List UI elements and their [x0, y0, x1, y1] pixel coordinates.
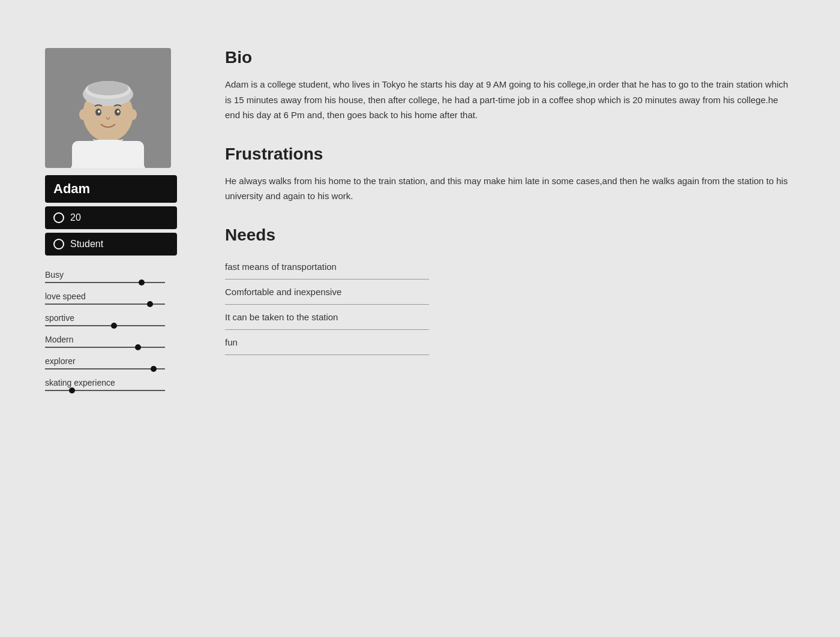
trait-label: explorer	[45, 356, 177, 366]
slider-track	[45, 390, 165, 391]
name-badge: Adam	[45, 175, 177, 203]
needs-list: fast means of transportationComfortable …	[225, 254, 795, 355]
role-badge: Student	[45, 233, 177, 256]
avatar	[45, 48, 171, 168]
svg-point-11	[130, 109, 137, 120]
frustrations-text: He always walks from his home to the tra…	[225, 173, 795, 204]
slider-track	[45, 304, 165, 305]
needs-title: Needs	[225, 226, 795, 245]
trait-item: Busy	[45, 270, 177, 283]
traits-section: Busylove speedsportiveModernexplorerskat…	[45, 270, 177, 391]
frustrations-title: Frustrations	[225, 145, 795, 164]
trait-item: love speed	[45, 292, 177, 305]
trait-label: Modern	[45, 335, 177, 344]
trait-label: sportive	[45, 313, 177, 323]
bio-title: Bio	[225, 48, 795, 67]
role-value: Student	[70, 239, 103, 250]
slider-thumb	[135, 344, 141, 350]
slider-thumb	[111, 323, 117, 329]
svg-point-5	[88, 81, 128, 95]
svg-rect-12	[72, 141, 144, 168]
trait-label: skating experience	[45, 378, 177, 387]
slider-track	[45, 325, 165, 326]
trait-item: explorer	[45, 356, 177, 369]
age-icon	[53, 212, 64, 223]
bio-text: Adam is a college student, who lives in …	[225, 77, 795, 123]
svg-point-10	[79, 109, 86, 120]
trait-item: sportive	[45, 313, 177, 326]
trait-label: Busy	[45, 270, 177, 280]
frustrations-section: Frustrations He always walks from his ho…	[225, 145, 795, 204]
slider-thumb	[139, 280, 145, 286]
need-item: Comfortable and inexpensive	[225, 280, 429, 305]
slider-thumb	[147, 301, 153, 307]
need-item: fun	[225, 330, 429, 355]
page-container: Adam 20 Student Busylove speedsportiveMo…	[45, 48, 795, 391]
age-badge: 20	[45, 206, 177, 229]
slider-track	[45, 282, 165, 283]
slider-thumb	[151, 366, 157, 372]
svg-point-8	[98, 110, 100, 113]
left-column: Adam 20 Student Busylove speedsportiveMo…	[45, 48, 177, 391]
right-column: Bio Adam is a college student, who lives…	[225, 48, 795, 391]
need-item: It can be taken to the station	[225, 305, 429, 330]
slider-track	[45, 368, 165, 369]
need-item: fast means of transportation	[225, 254, 429, 280]
svg-point-9	[117, 110, 119, 113]
role-icon	[53, 239, 64, 250]
bio-section: Bio Adam is a college student, who lives…	[225, 48, 795, 123]
age-value: 20	[70, 212, 81, 223]
trait-item: Modern	[45, 335, 177, 348]
trait-label: love speed	[45, 292, 177, 301]
slider-track	[45, 347, 165, 348]
slider-thumb	[69, 387, 75, 393]
trait-item: skating experience	[45, 378, 177, 391]
needs-section: Needs fast means of transportationComfor…	[225, 226, 795, 355]
